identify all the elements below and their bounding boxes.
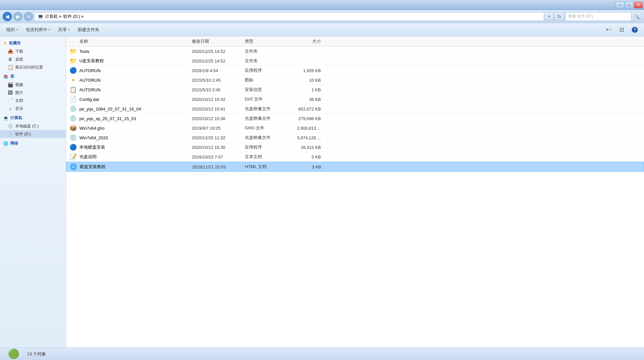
file-size: 279,696 KB [288,116,327,121]
organize-label: 组织 [6,27,15,33]
status-logo: 🟢 [5,348,22,360]
refresh-button[interactable]: ↻ [555,12,564,21]
table-row[interactable]: 📄 Config.dat 2020/10/12 15:42 DAT 文件 36 … [66,95,644,104]
history-button[interactable]: ▾ [24,12,33,21]
sidebar-item-pictures[interactable]: 🖼 图片 [0,89,66,97]
table-row[interactable]: 💿 pe_yqs_1064_20_07_31_16_04 2020/10/12 … [66,104,644,114]
sidebar-item-downloads[interactable]: 📥 下载 [0,47,66,55]
share-button[interactable]: 共享 ▾ [55,25,73,35]
table-row[interactable]: 📝 光盘说明 2016/10/23 7:07 文本文档 5 KB [66,152,644,162]
table-row[interactable]: 📋 AUTORUN 2015/5/10 2:45 安装信息 1 KB [66,85,644,95]
file-rows-container: 📁 Tools 2020/12/25 14:52 文件夹 📁 U盘安装教程 20… [66,47,644,172]
organize-chevron: ▾ [16,28,18,31]
share-chevron: ▾ [68,28,70,31]
search-placeholder: 搜索 软件 (D:) [568,14,593,19]
computer-icon: 💻 [3,116,8,120]
file-name-cell: 📦 Win7x64.gho [66,124,192,132]
computer-label: 计算机 [10,115,22,121]
close-button[interactable]: ✕ [634,2,643,8]
file-size: 3 KB [288,164,328,169]
file-date: 2016/1/8 4:54 [192,68,245,73]
sidebar-favorites-header[interactable]: ★ 收藏夹 [0,39,66,47]
sidebar-item-music[interactable]: ♪ 音乐 [0,105,66,112]
search-icon: 🔍 [634,14,640,19]
file-type: 文本文档 [245,154,288,160]
file-icon: 📁 [69,48,77,55]
search-button[interactable]: 🔍 [633,12,641,21]
file-icon: 📝 [69,153,77,160]
video-label: 视频 [15,82,23,88]
address-path[interactable]: 💻 计算机 ▶ 软件 (D:) ▶ [34,12,544,21]
file-type: 光盘映像文件 [245,106,288,112]
file-name: Win7x64.gho [79,126,105,131]
file-type: 文件夹 [245,58,288,64]
file-name: pe_yqs_1064_20_07_31_16_04 [79,107,141,112]
sidebar-libraries-section: 📚 库 🎬 视频 🖼 图片 📄 文档 ♪ 音乐 [0,72,66,112]
search-input[interactable]: 搜索 软件 (D:) [565,12,631,21]
column-name[interactable]: 名称 [66,38,192,44]
forward-button[interactable]: ▶ [13,12,22,21]
sidebar: ★ 收藏夹 📥 下载 🖥 桌面 📋 最近访问的位置 📚 库 [0,36,66,347]
file-area: 名称 修改日期 类型 大小 📁 Tools 2020/12/25 14:52 文… [66,36,644,347]
desktop-icon: 🖥 [7,56,13,62]
favorites-star-icon: ★ [3,41,7,46]
sidebar-item-recent[interactable]: 📋 最近访问的位置 [0,63,66,71]
table-row[interactable]: 💿 pe_yqs_xp_20_07_31_15_53 2020/10/12 15… [66,114,644,123]
sidebar-network-header[interactable]: 🌐 网络 [0,139,66,148]
file-name-cell: 📁 U盘安装教程 [66,57,192,65]
table-row[interactable]: 🌐 硬盘安装教程 2016/11/21 22:03 HTML 文档 3 KB [66,162,644,172]
address-dropdown-button[interactable]: ▾ [545,12,553,21]
organize-button[interactable]: 组织 ▾ [3,25,21,35]
file-icon: 🌐 [70,163,77,170]
file-type: 光盘映像文件 [245,115,288,121]
file-name-cell: 🔵 本地硬盘安装 [66,144,192,151]
sidebar-computer-header[interactable]: 💻 计算机 [0,114,66,122]
back-button[interactable]: ◀ [3,12,12,21]
software-d-icon: 💿 [7,131,13,137]
maximize-button[interactable]: □ [625,2,633,8]
include-library-button[interactable]: 包含到库中 ▾ [22,25,54,35]
libraries-icon: 📚 [3,74,8,79]
column-size[interactable]: 大小 [288,38,327,44]
favorites-label: 收藏夹 [9,40,21,46]
include-label: 包含到库中 [26,27,47,33]
column-date[interactable]: 修改日期 [192,38,245,44]
table-row[interactable]: 🔵 本地硬盘安装 2020/10/12 15:30 应用程序 28,315 KB [66,143,644,152]
file-name-cell: 📋 AUTORUN [66,86,192,93]
file-type: 安装信息 [245,87,288,93]
file-name-cell: 🔵 AUTORUN [66,67,192,74]
downloads-label: 下载 [15,49,23,54]
sidebar-item-local-c[interactable]: 💿 本地磁盘 (C:) [0,122,66,130]
statusbar: 🟢 13 个对象 [0,347,644,360]
addressbar: ◀ ▶ ▾ 💻 计算机 ▶ 软件 (D:) ▶ ▾ ↻ 搜索 软件 (D:) 🔍 [0,10,644,23]
table-row[interactable]: 📦 Win7x64.gho 2019/9/7 19:25 GHO 文件 2,90… [66,123,644,133]
sidebar-item-software-d[interactable]: 💿 软件 (D:) [0,130,66,138]
new-folder-label: 新建文件夹 [78,27,99,33]
column-type[interactable]: 类型 [245,38,288,44]
main-layout: ★ 收藏夹 📥 下载 🖥 桌面 📋 最近访问的位置 📚 库 [0,36,644,347]
help-button[interactable]: ? [628,25,641,35]
file-date: 2020/10/12 15:36 [192,116,245,121]
sidebar-item-documents[interactable]: 📄 文档 [0,97,66,105]
sidebar-item-desktop[interactable]: 🖥 桌面 [0,55,66,63]
table-row[interactable]: 📁 Tools 2020/12/25 14:52 文件夹 [66,47,644,56]
table-row[interactable]: 🔸 AUTORUN 2015/5/10 2:45 图标 10 KB [66,75,644,85]
recent-icon: 📋 [7,64,13,70]
view-toggle-button[interactable]: ≡ ▾ [602,25,615,35]
sidebar-libraries-header[interactable]: 📚 库 [0,72,66,81]
help-icon: ? [632,27,638,33]
music-icon: ♪ [7,106,13,112]
minimize-button[interactable]: ─ [616,2,624,8]
table-row[interactable]: 💿 Win7x64_2020 2020/12/25 11:32 光盘映像文件 3… [66,133,644,143]
file-date: 2020/10/12 15:41 [192,107,245,112]
view-chevron: ▾ [610,28,612,31]
new-folder-button[interactable]: 新建文件夹 [74,25,103,35]
sidebar-network-section: 🌐 网络 [0,139,66,148]
file-icon: 💿 [69,105,77,112]
sidebar-item-video[interactable]: 🎬 视频 [0,81,66,89]
table-row[interactable]: 🔵 AUTORUN 2016/1/8 4:54 应用程序 1,926 KB [66,66,644,75]
file-type: 文件夹 [245,48,288,54]
table-row[interactable]: 📁 U盘安装教程 2020/12/25 14:52 文件夹 [66,56,644,66]
file-size: 652,072 KB [288,107,327,112]
preview-pane-button[interactable]: ⊡ [616,25,627,35]
